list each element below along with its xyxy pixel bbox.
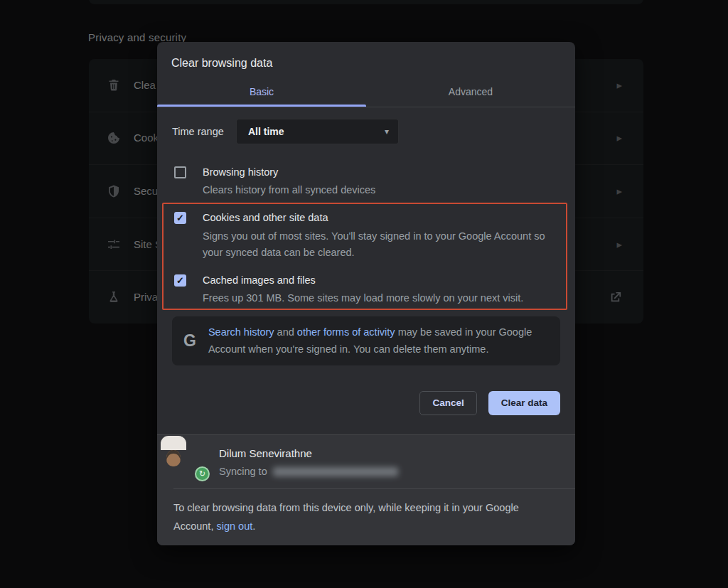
syncing-label: Syncing to bbox=[219, 464, 267, 479]
checkbox-row-cached-images: ✓ Cached images and files Frees up 301 M… bbox=[172, 272, 560, 306]
checkbox-row-cookies: ✓ Cookies and other site data Signs you … bbox=[172, 210, 560, 261]
checkbox-description: Signs you out of most sites. You'll stay… bbox=[203, 228, 560, 261]
dialog-footer: ↻ Dilum Senevirathne Syncing to To clear… bbox=[157, 434, 575, 545]
signout-text: . bbox=[252, 520, 255, 532]
sync-badge-icon: ↻ bbox=[195, 466, 210, 481]
notice-text: and bbox=[274, 326, 297, 338]
other-activity-link[interactable]: other forms of activity bbox=[297, 326, 395, 338]
cached-images-checkbox[interactable]: ✓ bbox=[174, 274, 186, 287]
checkbox-title: Cookies and other site data bbox=[203, 210, 560, 226]
cookies-checkbox[interactable]: ✓ bbox=[174, 212, 186, 224]
profile-name: Dilum Senevirathne bbox=[219, 446, 398, 461]
tab-basic[interactable]: Basic bbox=[157, 80, 366, 107]
tab-advanced[interactable]: Advanced bbox=[366, 80, 575, 107]
google-logo-icon: G bbox=[183, 328, 196, 354]
search-history-link[interactable]: Search history bbox=[208, 326, 274, 338]
checkbox-title: Browsing history bbox=[203, 164, 375, 181]
check-icon: ✓ bbox=[176, 276, 184, 285]
checkbox-row-browsing-history: Browsing history Clears history from all… bbox=[172, 164, 560, 198]
time-range-select[interactable]: All time ▾ bbox=[236, 119, 399, 144]
time-range-value: All time bbox=[248, 126, 284, 137]
time-range-label: Time range bbox=[172, 126, 226, 137]
redacted-email bbox=[273, 467, 398, 476]
sign-out-link[interactable]: sign out bbox=[216, 520, 252, 532]
cancel-button[interactable]: Cancel bbox=[419, 391, 476, 415]
checkbox-description: Frees up 301 MB. Some sites may load mor… bbox=[203, 290, 523, 306]
clear-data-button[interactable]: Clear data bbox=[488, 391, 560, 415]
browsing-history-checkbox[interactable] bbox=[174, 166, 186, 178]
checkbox-title: Cached images and files bbox=[203, 272, 523, 289]
clear-browsing-data-dialog: Clear browsing data Basic Advanced Time … bbox=[157, 42, 575, 545]
check-icon: ✓ bbox=[176, 213, 184, 223]
chevron-down-icon: ▾ bbox=[385, 127, 389, 137]
checkbox-description: Clears history from all synced devices bbox=[203, 182, 375, 198]
tab-bar: Basic Advanced bbox=[157, 80, 575, 107]
dialog-title: Clear browsing data bbox=[157, 42, 575, 70]
google-account-notice: G Search history and other forms of acti… bbox=[172, 316, 560, 365]
